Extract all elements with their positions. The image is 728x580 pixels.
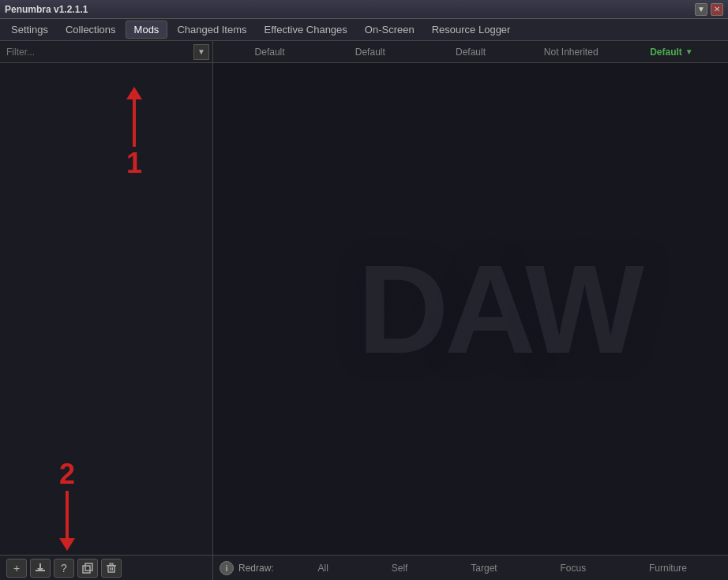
menu-item-mods[interactable]: Mods — [126, 21, 168, 39]
arrow-head-down-2 — [59, 538, 75, 551]
columns-header: Default Default Default Not Inherited De… — [213, 41, 728, 62]
arrow-head-up-1 — [126, 87, 142, 99]
arrow-shaft-2 — [66, 491, 69, 538]
arrow-down-2 — [59, 491, 75, 551]
svg-rect-9 — [112, 567, 114, 571]
menu-bar: Settings Collections Mods Changed Items … — [0, 19, 728, 41]
menu-item-on-screen[interactable]: On-Screen — [357, 21, 422, 38]
redraw-furniture[interactable]: Furniture — [649, 563, 687, 574]
menu-item-changed-items[interactable]: Changed Items — [169, 21, 254, 38]
right-toolbar: i Redraw: All Self Target Focus Furnitur… — [213, 561, 725, 575]
filter-input[interactable] — [3, 45, 193, 59]
right-panel: DAW — [213, 63, 728, 555]
col-header-5-arrow: ▼ — [685, 47, 693, 56]
col-header-5-label: Default — [650, 47, 682, 58]
svg-rect-3 — [83, 566, 90, 573]
annotation-label-2: 2 — [59, 458, 75, 491]
title-bar-controls: ▼ ✕ — [695, 3, 723, 16]
svg-rect-4 — [85, 563, 92, 571]
trash-icon — [106, 563, 117, 574]
menu-item-settings[interactable]: Settings — [3, 21, 56, 38]
app-title: Penumbra v1.2.1.1 — [5, 4, 88, 15]
col-header-5[interactable]: Default ▼ — [621, 47, 722, 58]
add-button[interactable]: + — [6, 559, 27, 578]
col-header-3: Default — [420, 47, 520, 58]
duplicate-button[interactable] — [77, 559, 98, 578]
menu-item-effective-changes[interactable]: Effective Changes — [257, 21, 355, 38]
import-button[interactable] — [30, 559, 51, 578]
left-panel: 1 2 — [0, 63, 213, 555]
duplicate-icon — [82, 563, 93, 574]
main-area: ▼ Default Default Default Not Inherited … — [0, 41, 728, 580]
col-header-4: Not Inherited — [521, 47, 621, 58]
redraw-options: All Self Target Focus Furniture — [287, 563, 719, 574]
redraw-focus[interactable]: Focus — [560, 563, 586, 574]
redraw-label: Redraw: — [238, 563, 274, 574]
menu-item-collections[interactable]: Collections — [58, 21, 124, 38]
annotation-2: 2 — [59, 458, 75, 551]
content-area: 1 2 DAW — [0, 63, 728, 555]
close-button[interactable]: ✕ — [711, 3, 723, 16]
minimize-button[interactable]: ▼ — [695, 3, 707, 16]
annotation-1: 1 — [126, 87, 142, 180]
redraw-target[interactable]: Target — [471, 563, 497, 574]
info-icon: i — [220, 561, 234, 575]
import-icon — [35, 563, 46, 574]
svg-rect-5 — [108, 566, 114, 572]
svg-rect-8 — [110, 567, 111, 571]
col-header-2: Default — [320, 47, 420, 58]
bottom-toolbar: + ? — [0, 555, 728, 580]
redraw-all[interactable]: All — [318, 563, 328, 574]
delete-button[interactable] — [101, 559, 122, 578]
left-toolbar: + ? — [3, 556, 213, 580]
help-button[interactable]: ? — [54, 559, 74, 578]
menu-item-resource-logger[interactable]: Resource Logger — [424, 21, 519, 38]
filter-section: ▼ — [0, 41, 213, 62]
arrow-shaft-1 — [133, 99, 136, 147]
redraw-self[interactable]: Self — [392, 563, 408, 574]
title-bar: Penumbra v1.2.1.1 ▼ ✕ — [0, 0, 728, 19]
filter-dropdown-button[interactable]: ▼ — [193, 44, 209, 60]
arrow-up-1 — [126, 87, 142, 147]
svg-rect-7 — [110, 563, 113, 565]
svg-rect-1 — [39, 563, 41, 569]
sub-header: ▼ Default Default Default Not Inherited … — [0, 41, 728, 63]
annotation-label-1: 1 — [126, 147, 142, 180]
background-watermark: DAW — [358, 237, 640, 382]
col-header-1: Default — [220, 47, 320, 58]
